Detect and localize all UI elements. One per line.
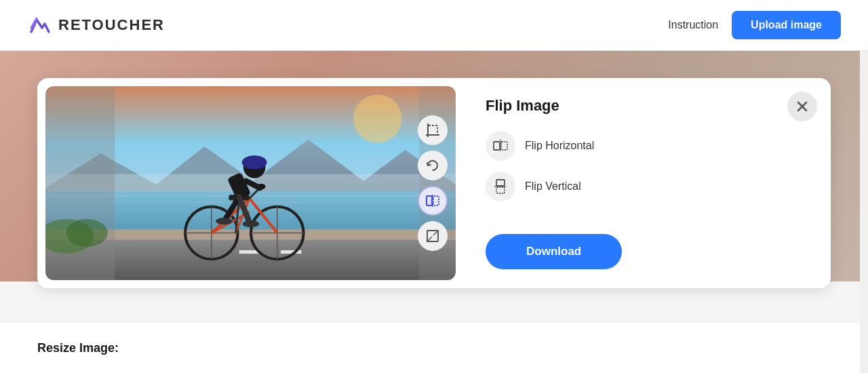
flip-vertical-label: Flip Vertical [525,180,581,193]
svg-point-16 [66,219,108,247]
svg-rect-42 [427,196,432,205]
svg-rect-43 [433,196,439,205]
svg-point-38 [243,220,259,227]
logo-container: RETOUCHER [27,13,165,37]
flip-vertical-option[interactable]: Flip Vertical [486,172,809,201]
download-button[interactable]: Download [486,234,622,269]
crop-tool-button[interactable] [418,115,448,145]
logo-text: RETOUCHER [58,16,165,34]
flip-horizontal-option[interactable]: Flip Horizontal [486,131,809,161]
cyclist-image [45,86,456,280]
image-section [45,86,456,280]
upload-image-button[interactable]: Upload image [732,11,841,39]
flip-tool-button[interactable] [418,186,448,216]
close-button[interactable] [787,92,817,121]
svg-rect-53 [496,180,505,186]
flip-horizontal-label: Flip Horizontal [525,140,594,152]
svg-line-47 [427,237,432,241]
resize-tool-button[interactable] [418,221,448,251]
bottom-section: Resize Image: [0,322,868,373]
flip-icon [425,193,440,208]
flip-vertical-icon [494,179,507,194]
svg-point-37 [216,218,232,224]
scrollbar[interactable] [860,0,868,373]
rotate-tool-button[interactable] [418,151,448,180]
rotate-icon [425,158,440,173]
flip-horizontal-icon [493,140,508,152]
svg-rect-50 [494,142,500,150]
header-right: Instruction Upload image [668,11,841,39]
panel-title: Flip Image [486,97,809,115]
close-icon [797,101,808,112]
instruction-link[interactable]: Instruction [668,19,718,31]
resize-icon [425,229,440,243]
flip-horizontal-icon-button[interactable] [486,131,515,161]
header: RETOUCHER Instruction Upload image [0,0,868,51]
crop-icon [425,123,440,138]
flip-vertical-icon-button[interactable] [486,172,515,201]
toolbar [418,115,448,251]
svg-point-1 [353,94,401,142]
main-content-card: Flip Image Flip Horizontal [37,78,831,288]
svg-rect-54 [496,187,505,193]
logo-icon [27,13,52,37]
flip-panel: Flip Image Flip Horizontal [464,78,831,288]
svg-point-33 [242,155,267,169]
image-canvas [45,86,456,280]
svg-rect-39 [428,125,437,135]
svg-line-46 [433,231,438,235]
resize-label: Resize Image: [37,341,119,355]
svg-rect-51 [501,142,507,150]
